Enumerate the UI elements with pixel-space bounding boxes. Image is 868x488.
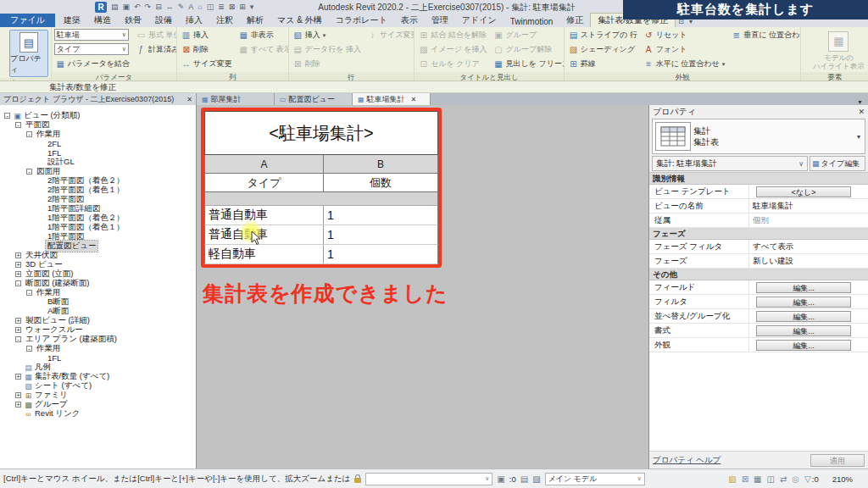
redo-icon[interactable]: ↷ <box>145 2 152 13</box>
tree-expand-toggle[interactable]: - <box>26 169 32 175</box>
switch-windows-icon[interactable]: ⊞ <box>239 2 246 13</box>
ribbon-button[interactable]: ƒ 計算済み ▾ ∨ <box>135 43 177 56</box>
properties-button[interactable]: ▤ プロパティ <box>9 30 48 77</box>
tree-item[interactable]: - 作業用 <box>0 288 196 297</box>
tree-expand-toggle[interactable]: - <box>4 113 10 119</box>
tree-item[interactable]: - エリア プラン (建築面積) <box>0 335 196 344</box>
ribbon-button[interactable]: ▨ シェーディング ▾ ∨ <box>567 43 639 56</box>
ribbon-button[interactable]: ⊞ 結合 結合を解除 ▾ ∨ <box>417 29 488 42</box>
tree-expand-toggle[interactable]: + <box>15 392 21 398</box>
view-tab[interactable]: ▭ 配置図ビュー <box>275 93 353 105</box>
design-option-selector[interactable]: メイン モデル ∨ <box>545 473 645 485</box>
exclude-options-icon[interactable]: ◫ <box>766 474 774 484</box>
instance-selector[interactable]: 集計: 駐車場集計 ∨ <box>652 156 808 171</box>
ribbon-button[interactable]: ▦ すべて 表示 ▾ ∨ <box>237 43 289 56</box>
close-icon[interactable]: ✕ <box>858 108 865 116</box>
ribbon-button[interactable]: ↔ サイズ変更 ▾ ∨ <box>180 58 234 70</box>
ribbon-button[interactable]: ▥ 挿入 ▾ ∨ <box>180 29 234 42</box>
project-browser-tab[interactable]: プロジェクト ブラウザ - 二上Exercise0307(2015) ✕ <box>0 93 197 105</box>
modify-pencil-icon[interactable]: ✎ <box>178 2 185 13</box>
tree-expand-toggle[interactable]: - <box>15 280 21 286</box>
ribbon-button[interactable]: ⊞ 罫線 ▾ ∨ <box>567 58 639 70</box>
press-drag-icon[interactable]: ⇄ <box>780 474 787 484</box>
ribbon-button[interactable]: ▭ 形式 単位 ▾ ∨ <box>135 29 177 42</box>
ribbon-button[interactable]: ↺ リセット ▾ ∨ <box>643 29 727 42</box>
tree-item[interactable]: 2階平面図（着色１） <box>0 186 196 195</box>
tab-list-arrow-icon[interactable]: ▼ <box>857 99 868 105</box>
tree-item[interactable]: B断面 <box>0 297 196 307</box>
tree-item[interactable]: + ⊞ ファミリ <box>0 391 196 400</box>
cell-count[interactable]: 1 <box>324 245 437 263</box>
revit-logo-icon[interactable]: R <box>95 2 107 13</box>
tree-item[interactable]: + ▦ 集計表/数量 (すべて) <box>0 372 196 381</box>
column-header-a[interactable]: A <box>205 155 324 173</box>
ribbon-button[interactable]: ▨ イメージ を挿入 ▾ ∨ <box>417 43 488 56</box>
tree-expand-toggle[interactable]: - <box>15 336 21 342</box>
ribbon-button[interactable]: ▧ 挿入 ▾ ∨ <box>292 29 363 42</box>
ribbon-tab[interactable]: 設備 <box>148 14 179 27</box>
customize-qat-icon[interactable]: ▾ <box>250 2 254 13</box>
highlight-in-model-button[interactable]: ▦ モデルの ハイライト表示 <box>812 30 865 71</box>
editable-items-icon[interactable]: ▤ <box>520 474 528 484</box>
tree-expand-toggle[interactable]: + <box>15 318 21 324</box>
tree-item[interactable]: 2FL <box>0 139 196 148</box>
tree-item[interactable]: ▧ シート (すべて) <box>0 381 196 391</box>
tree-item[interactable]: - 作業用 <box>0 130 196 139</box>
text-icon[interactable]: A <box>188 2 193 13</box>
property-value[interactable]: 個別 <box>749 215 868 226</box>
tree-item[interactable]: 設計GL <box>0 158 196 167</box>
default-3d-view-icon[interactable]: ⌂ <box>198 2 202 13</box>
tree-expand-toggle[interactable]: - <box>26 346 32 352</box>
field-header-count[interactable]: 個数 <box>324 174 437 191</box>
tree-item[interactable]: 1階平面図（着色１） <box>0 223 196 232</box>
apply-button[interactable]: 適用 <box>810 454 865 467</box>
column-header-b[interactable]: B <box>324 155 437 173</box>
properties-help-link[interactable]: プロパティ ヘルプ <box>653 455 721 466</box>
view-tab[interactable]: ▦ 駐車場集計 ✕ <box>353 93 431 105</box>
schedule-title-cell[interactable]: <駐車場集計> <box>204 111 438 155</box>
property-value[interactable]: 編集... <box>756 340 851 351</box>
tree-item[interactable]: + ▩ グループ <box>0 400 196 409</box>
tree-item[interactable]: - 作業用 <box>0 344 196 353</box>
ribbon-button[interactable]: ≣ 垂直に 位置合わせ ▾ ∨ <box>730 29 801 42</box>
ribbon-button[interactable]: ▤ データ行を 挿入 ▾ ∨ <box>292 43 363 56</box>
tree-item[interactable]: 1FL <box>0 148 196 158</box>
cell-count[interactable]: 1 <box>324 225 437 244</box>
tree-item[interactable]: 1FL <box>0 353 196 363</box>
ribbon-button[interactable]: ▢ グループ解除 ▾ ∨ <box>492 43 565 56</box>
tree-item[interactable]: - 平面図 <box>0 120 196 130</box>
property-value[interactable]: 駐車場集計 <box>749 201 868 212</box>
tree-item[interactable]: 1階平面図 <box>0 232 196 241</box>
design-options-icon[interactable]: ▨ <box>532 474 540 484</box>
background-processes-icon[interactable]: ◎ <box>792 474 799 484</box>
cell-type[interactable]: 軽自動車 <box>205 245 324 263</box>
view-tab[interactable]: ▦ 部屋集計 <box>197 93 275 105</box>
ribbon-button[interactable]: ↕ サイズ変更 ▾ ∨ <box>366 29 415 42</box>
tree-expand-toggle[interactable]: + <box>15 327 21 333</box>
worksharing-display-icon[interactable]: ▧ <box>728 474 736 484</box>
section-icon[interactable]: ◫ <box>207 2 214 13</box>
tree-item[interactable]: ∞ Revit リンク <box>0 409 196 419</box>
close-icon[interactable]: ✕ <box>186 96 192 103</box>
tree-expand-toggle[interactable]: + <box>15 374 21 380</box>
undo-icon[interactable]: ↶ <box>134 2 141 13</box>
thin-lines-icon[interactable]: ≣ <box>218 2 225 13</box>
selection-filter-icon[interactable]: ▽ <box>804 474 811 484</box>
ribbon-tab[interactable]: 表示 <box>394 14 425 27</box>
ribbon-button[interactable]: 駐車場 ▾ ∨ <box>54 29 129 41</box>
ribbon-tab[interactable]: ファイル <box>0 14 55 27</box>
type-selector[interactable]: 集計 集計表 ▾ <box>652 119 865 154</box>
ribbon-tab[interactable]: 建築 <box>57 14 87 27</box>
open-icon[interactable]: ▤ <box>111 2 119 13</box>
ribbon-tab[interactable]: コラボレート <box>329 14 394 27</box>
tree-expand-toggle[interactable]: - <box>26 290 32 296</box>
property-value[interactable]: 新しい建設 <box>749 256 868 267</box>
links-icon[interactable]: ▦ <box>754 474 761 484</box>
ribbon-tab[interactable]: 管理 <box>425 14 455 27</box>
status-combo-empty[interactable]: ∨ <box>365 473 492 485</box>
ribbon-button[interactable]: ▦ 見出しを フリーズ ▾ ∨ <box>492 58 565 70</box>
edit-type-button[interactable]: ▦ タイプ編集 <box>810 156 865 171</box>
ribbon-button[interactable]: ≡ 水平に 位置合わせ ▾ ∨ <box>643 58 727 70</box>
ribbon-tab[interactable]: アドイン <box>455 14 504 27</box>
print-icon[interactable]: ⊟ <box>155 2 162 13</box>
